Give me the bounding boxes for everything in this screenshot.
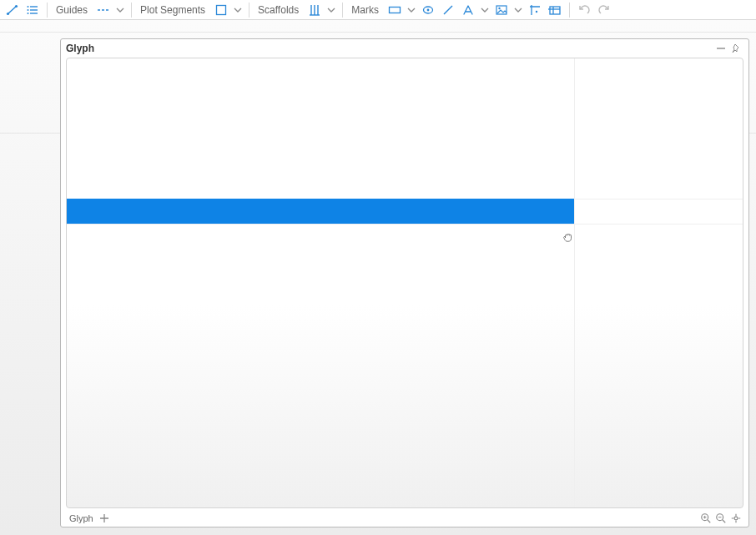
svg-point-7	[28, 13, 29, 14]
guides-label: Guides	[53, 4, 93, 16]
svg-point-0	[7, 12, 9, 14]
hand-cursor-icon	[562, 231, 574, 243]
glyph-rectangle-mark[interactable]	[67, 199, 574, 224]
toolbar-separator	[342, 3, 343, 18]
pin-panel-icon[interactable]	[728, 41, 743, 56]
link-icon[interactable]	[3, 2, 22, 18]
svg-point-1	[15, 4, 18, 7]
mark-text-dropdown[interactable]	[479, 2, 491, 18]
svg-line-26	[708, 520, 711, 523]
glyph-tab-label: Glyph	[69, 513, 93, 523]
glyph-tab[interactable]: Glyph	[66, 513, 97, 523]
undo-button[interactable]	[575, 2, 593, 18]
panel-title: Glyph	[66, 43, 94, 54]
mark-text-icon[interactable]	[459, 2, 477, 18]
svg-line-28	[723, 520, 726, 523]
guide-line-icon[interactable]	[94, 2, 113, 18]
glyph-editor-canvas[interactable]	[66, 58, 743, 508]
bg-divider	[0, 32, 756, 33]
svg-rect-9	[217, 5, 226, 14]
svg-point-19	[498, 7, 500, 8]
main-toolbar: Guides Plot Segments Scaffolds Marks	[0, 0, 756, 20]
mark-rectangle-icon[interactable]	[386, 2, 404, 18]
guide-horizontal	[67, 224, 743, 225]
svg-rect-14	[389, 7, 400, 13]
mark-line-icon[interactable]	[439, 2, 457, 18]
svg-point-20	[536, 10, 537, 12]
zoom-fit-icon[interactable]	[728, 511, 743, 526]
mark-symbol-icon[interactable]	[419, 2, 437, 18]
scaffolds-label: Scaffolds	[255, 4, 304, 16]
zoom-in-icon[interactable]	[698, 511, 713, 526]
glyph-panel: Glyph Glyph	[60, 38, 749, 527]
minimize-panel-icon[interactable]	[713, 41, 728, 56]
svg-line-17	[444, 6, 452, 14]
toolbar-separator	[569, 3, 570, 18]
redo-button[interactable]	[595, 2, 613, 18]
mark-rectangle-dropdown[interactable]	[406, 2, 417, 18]
scaffold-columns-icon[interactable]	[305, 2, 324, 18]
mark-image-icon[interactable]	[492, 2, 511, 18]
marks-label: Marks	[348, 4, 384, 16]
add-glyph-button[interactable]	[97, 511, 112, 526]
guide-vertical	[574, 58, 575, 507]
svg-point-30	[734, 517, 738, 520]
svg-rect-21	[550, 7, 560, 14]
zoom-out-icon[interactable]	[713, 511, 728, 526]
svg-point-5	[28, 6, 29, 8]
svg-point-16	[427, 8, 430, 11]
panel-footer: Glyph	[61, 510, 748, 527]
toolbar-separator	[47, 3, 48, 18]
plotsegments-dropdown[interactable]	[232, 2, 244, 18]
svg-point-6	[28, 9, 29, 11]
panel-titlebar: Glyph	[61, 39, 748, 58]
region-icon[interactable]	[212, 2, 230, 18]
mark-nested-icon[interactable]	[546, 2, 564, 18]
list-icon[interactable]	[23, 2, 42, 18]
mark-dataaxis-icon[interactable]	[526, 2, 544, 18]
plotsegments-label: Plot Segments	[137, 4, 210, 16]
guides-dropdown[interactable]	[114, 2, 126, 18]
mark-image-dropdown[interactable]	[512, 2, 524, 18]
scaffolds-dropdown[interactable]	[325, 2, 337, 18]
toolbar-separator	[249, 3, 249, 18]
toolbar-separator	[131, 3, 132, 18]
